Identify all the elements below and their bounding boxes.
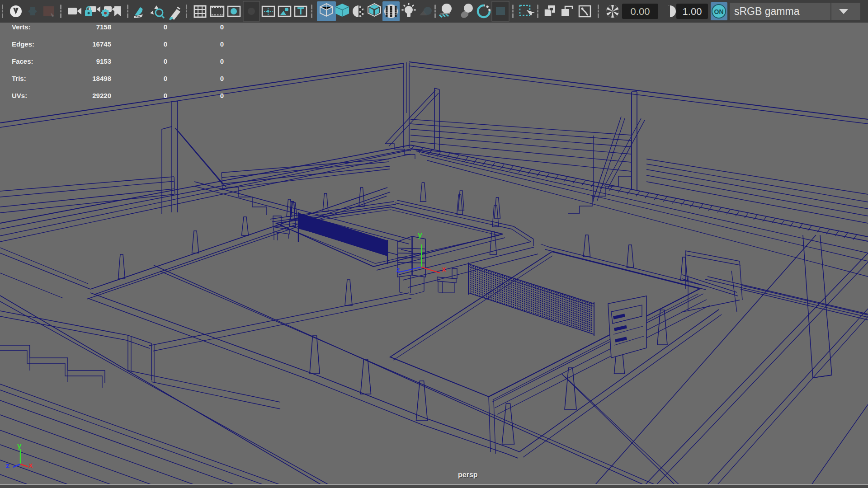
- svg-text:y: y: [418, 231, 422, 239]
- svg-text:0.00: 0.00: [631, 6, 650, 17]
- svg-text:y: y: [17, 442, 22, 450]
- svg-text:sRGB gamma: sRGB gamma: [734, 5, 800, 17]
- svg-text:z: z: [396, 267, 400, 274]
- svg-text:x: x: [28, 462, 33, 470]
- svg-text:ON: ON: [714, 8, 724, 15]
- svg-text:1.00: 1.00: [683, 6, 702, 17]
- svg-text:x: x: [442, 265, 446, 274]
- svg-text:z: z: [5, 462, 10, 470]
